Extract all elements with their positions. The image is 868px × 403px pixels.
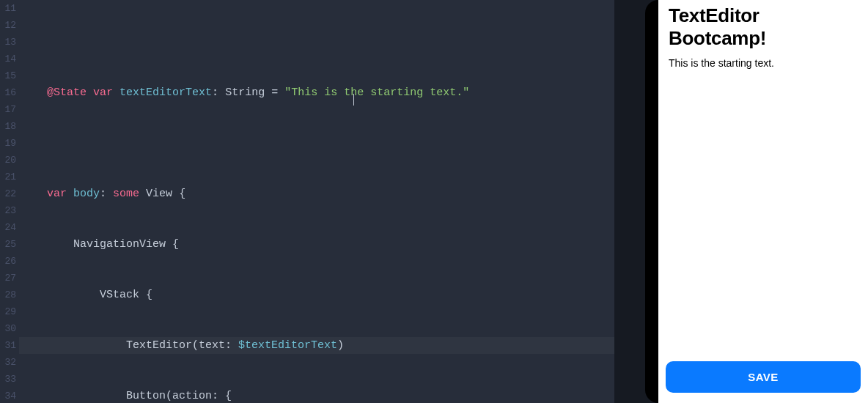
line-number: 20 xyxy=(0,152,19,169)
code-line xyxy=(19,34,614,51)
code-line xyxy=(19,135,614,152)
line-number: 34 xyxy=(0,388,19,403)
device-bezel xyxy=(645,0,658,403)
code-editor[interactable]: 1112131415161718192021222324252627282930… xyxy=(0,0,614,403)
line-number: 25 xyxy=(0,236,19,253)
line-number: 18 xyxy=(0,118,19,135)
line-number: 22 xyxy=(0,185,19,202)
line-number: 21 xyxy=(0,169,19,185)
line-number: 32 xyxy=(0,354,19,371)
line-number: 17 xyxy=(0,101,19,118)
line-number: 15 xyxy=(0,67,19,84)
code-area[interactable]: @State var textEditorText: String = "Thi… xyxy=(19,0,614,403)
line-number: 30 xyxy=(0,320,19,337)
line-number: 23 xyxy=(0,202,19,219)
line-number: 12 xyxy=(0,17,19,34)
code-line: @State var textEditorText: String = "Thi… xyxy=(19,84,614,101)
line-number: 14 xyxy=(0,51,19,67)
line-number: 13 xyxy=(0,34,19,51)
line-number: 19 xyxy=(0,135,19,152)
line-number: 33 xyxy=(0,371,19,388)
line-number: 29 xyxy=(0,303,19,320)
line-number: 16 xyxy=(0,84,19,101)
text-cursor-icon xyxy=(353,94,354,106)
code-line-active: TextEditor(text: $textEditorText) xyxy=(19,337,614,354)
save-button[interactable]: SAVE xyxy=(666,361,861,393)
code-line: VStack { xyxy=(19,286,614,303)
code-line: var body: some View { xyxy=(19,185,614,202)
simulator-preview: TextEditor Bootcamp! This is the startin… xyxy=(658,0,868,403)
line-number: 31 xyxy=(0,337,19,354)
navigation-title: TextEditor Bootcamp! xyxy=(658,0,868,53)
line-number: 27 xyxy=(0,270,19,286)
line-number: 28 xyxy=(0,286,19,303)
line-number: 24 xyxy=(0,219,19,236)
line-number: 26 xyxy=(0,253,19,270)
code-line: Button(action: { xyxy=(19,388,614,403)
text-editor-field[interactable]: This is the starting text. xyxy=(658,53,868,361)
line-gutter: 1112131415161718192021222324252627282930… xyxy=(0,0,19,403)
editor-scrollbar[interactable] xyxy=(614,0,658,403)
line-number: 11 xyxy=(0,0,19,17)
code-line: NavigationView { xyxy=(19,236,614,253)
